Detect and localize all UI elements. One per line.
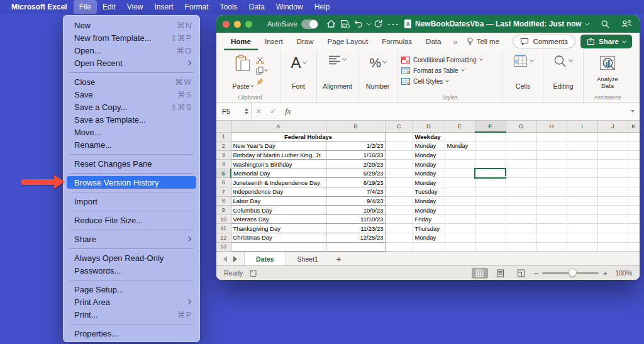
- file-menu-item-passwords[interactable]: Passwords...: [64, 264, 199, 277]
- cell[interactable]: [506, 160, 536, 169]
- file-menu-item-properties[interactable]: Properties...: [64, 327, 199, 340]
- column-header-k[interactable]: K: [628, 121, 640, 132]
- row-header-5[interactable]: 5: [216, 169, 231, 178]
- cell[interactable]: [475, 224, 506, 233]
- alignment-button[interactable]: Alignment: [323, 53, 352, 90]
- cell[interactable]: Weekday: [413, 132, 445, 141]
- cell[interactable]: [475, 242, 506, 252]
- row-header-4[interactable]: 4: [216, 160, 231, 169]
- menubar-item-file[interactable]: File: [74, 0, 97, 14]
- ribbon-tab-formulas[interactable]: Formulas: [375, 33, 419, 50]
- cell[interactable]: 1/2/23: [326, 141, 386, 151]
- cell[interactable]: [386, 132, 413, 141]
- cell[interactable]: [506, 132, 536, 141]
- name-box-spinner[interactable]: [245, 108, 248, 114]
- cell[interactable]: [445, 178, 475, 187]
- cell[interactable]: [597, 224, 628, 233]
- ribbon-tab-data[interactable]: Data: [419, 33, 448, 50]
- cell[interactable]: New Year’s Day: [231, 141, 326, 151]
- cells-button[interactable]: Cells: [513, 53, 533, 90]
- cell[interactable]: Labor Day: [231, 196, 326, 206]
- cell[interactable]: [628, 132, 640, 141]
- file-menu-item-page-setup[interactable]: Page Setup...: [64, 283, 199, 296]
- cell[interactable]: [386, 242, 413, 252]
- zoom-out-icon[interactable]: −: [534, 269, 539, 278]
- cell[interactable]: 12/25/23: [326, 233, 386, 243]
- number-button[interactable]: % Number: [366, 53, 389, 90]
- ribbon-tab-page-layout[interactable]: Page Layout: [321, 33, 375, 50]
- cell[interactable]: 7/4/23: [326, 187, 386, 197]
- minimize-window-button[interactable]: [234, 21, 241, 28]
- sheet-nav-right-icon[interactable]: [233, 256, 237, 262]
- file-menu-item-rename[interactable]: Rename...: [64, 138, 199, 151]
- cell[interactable]: [536, 196, 567, 206]
- cell[interactable]: [445, 206, 475, 215]
- cell[interactable]: [567, 132, 597, 141]
- cell[interactable]: [475, 214, 506, 224]
- column-header-h[interactable]: H: [536, 121, 567, 132]
- column-header-d[interactable]: D: [413, 121, 445, 132]
- menubar-item-help[interactable]: Help: [309, 0, 336, 14]
- presence-people-icon[interactable]: [619, 17, 633, 31]
- cell[interactable]: [536, 214, 567, 224]
- cell[interactable]: [386, 187, 413, 197]
- row-header-7[interactable]: 7: [216, 187, 231, 197]
- cell[interactable]: [597, 141, 628, 151]
- cell[interactable]: [597, 178, 628, 187]
- cell[interactable]: Veterans Day: [231, 214, 326, 224]
- cell[interactable]: Monday: [413, 160, 445, 169]
- cell[interactable]: [506, 224, 536, 233]
- name-box[interactable]: F5: [216, 103, 252, 120]
- cell[interactable]: [506, 187, 536, 197]
- home-icon[interactable]: [325, 17, 338, 31]
- zoom-slider[interactable]: [542, 272, 599, 274]
- file-menu-item-new[interactable]: New⌘N: [64, 19, 199, 31]
- cell[interactable]: [597, 150, 628, 160]
- cell[interactable]: [628, 160, 640, 169]
- file-menu-item-close[interactable]: Close⌘W: [64, 75, 199, 88]
- cell[interactable]: [445, 160, 475, 169]
- file-menu-item-reduce-file-size[interactable]: Reduce File Size...: [64, 214, 199, 226]
- ribbon-tab-home[interactable]: Home: [224, 33, 258, 50]
- cell[interactable]: [506, 233, 536, 243]
- cell[interactable]: Washington’s Birthday: [231, 160, 326, 169]
- zoom-window-button[interactable]: [245, 21, 252, 28]
- tell-me-button[interactable]: Tell me: [463, 37, 503, 46]
- normal-view-button[interactable]: [472, 268, 488, 279]
- cell[interactable]: [386, 224, 413, 233]
- cell[interactable]: [628, 214, 640, 224]
- cell[interactable]: [597, 206, 628, 215]
- copy-button[interactable]: [256, 66, 267, 75]
- cell[interactable]: [386, 178, 413, 187]
- cell[interactable]: [597, 187, 628, 197]
- selected-cell-f5[interactable]: [474, 168, 506, 179]
- cell[interactable]: [628, 141, 640, 151]
- cell[interactable]: Federal Holidays: [231, 132, 386, 141]
- menubar-item-insert[interactable]: Insert: [149, 0, 179, 14]
- cell[interactable]: [567, 242, 597, 252]
- cell[interactable]: [386, 206, 413, 215]
- cell[interactable]: [386, 160, 413, 169]
- cell[interactable]: [536, 224, 567, 233]
- cell[interactable]: [597, 242, 628, 252]
- comments-button[interactable]: Comments: [513, 35, 575, 48]
- cell[interactable]: Thanksgiving Day: [231, 224, 326, 233]
- cell[interactable]: [567, 187, 597, 197]
- ribbon-tab-draw[interactable]: Draw: [290, 33, 321, 50]
- cell[interactable]: [506, 206, 536, 215]
- cell[interactable]: Birthday of Martin Luther King, Jr.: [231, 150, 326, 160]
- cell[interactable]: Independence Day: [231, 187, 326, 197]
- column-header-a[interactable]: A: [231, 121, 326, 132]
- cell[interactable]: Monday: [413, 169, 445, 178]
- file-menu-item-browse-version-history[interactable]: Browse Version History: [67, 176, 196, 189]
- row-header-9[interactable]: 9: [216, 206, 231, 215]
- cell[interactable]: Memorial Day: [231, 169, 326, 178]
- cell[interactable]: Monday: [413, 141, 445, 151]
- cell[interactable]: Monday: [413, 233, 445, 243]
- cell[interactable]: Monday: [413, 206, 445, 215]
- column-header-f[interactable]: F: [475, 121, 506, 132]
- cell[interactable]: 6/19/23: [326, 178, 386, 187]
- file-menu-item-print[interactable]: Print...⌘P: [64, 308, 199, 321]
- cell[interactable]: [475, 132, 506, 141]
- cell[interactable]: 9/4/23: [326, 196, 386, 206]
